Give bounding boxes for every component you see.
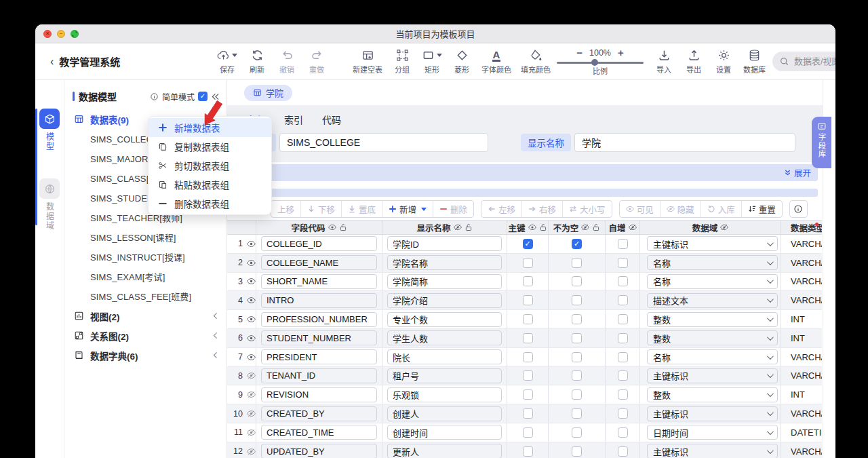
primary-key-checkbox[interactable]	[523, 352, 533, 362]
primary-key-checkbox[interactable]	[523, 314, 533, 324]
display-name-input[interactable]	[387, 349, 502, 364]
grid-button-入库[interactable]: 入库	[701, 201, 742, 217]
data-domain-select[interactable]: 名称	[647, 255, 778, 270]
field-code-input[interactable]	[261, 330, 377, 345]
diamond-button[interactable]: 菱形	[452, 49, 472, 75]
rail-item-model[interactable]: 模型	[35, 109, 64, 151]
grid-button-左移[interactable]: 左移	[481, 201, 522, 217]
tab-代码[interactable]: 代码	[322, 113, 341, 126]
primary-key-checkbox[interactable]	[523, 408, 533, 419]
grid-button-隐藏[interactable]: 隐藏	[660, 201, 701, 217]
auto-increment-checkbox[interactable]	[618, 370, 628, 381]
auto-increment-checkbox[interactable]	[618, 446, 628, 457]
field-code-input[interactable]	[261, 236, 377, 251]
grid-button-可见[interactable]: 可见	[620, 201, 660, 217]
data-domain-select[interactable]: 主键标识	[647, 406, 778, 421]
auto-increment-checkbox[interactable]	[618, 333, 628, 343]
data-domain-select[interactable]: 名称	[647, 349, 778, 364]
search-input[interactable]	[794, 56, 835, 66]
primary-key-checkbox[interactable]	[523, 276, 533, 286]
not-null-checkbox[interactable]	[572, 352, 582, 362]
expand-band[interactable]: 展开	[234, 164, 818, 181]
menu-item-paste-table-group[interactable]: 粘贴数据表组	[149, 175, 271, 194]
data-domain-select[interactable]: 整数	[647, 387, 778, 402]
data-domain-select[interactable]: 名称	[647, 274, 778, 289]
data-domain-select[interactable]: 日期时间	[647, 425, 778, 440]
undo-button[interactable]: 撤销	[277, 49, 297, 75]
menu-item-cut-table-group[interactable]: 剪切数据表组	[149, 156, 271, 175]
search-box[interactable]	[772, 52, 835, 71]
grid-button-下移[interactable]: 下移	[301, 201, 342, 217]
field-code-input[interactable]	[261, 255, 377, 270]
grid-button-右移[interactable]: 右移	[522, 201, 563, 217]
primary-key-checkbox[interactable]	[523, 389, 533, 400]
save-button[interactable]: 保存	[217, 49, 237, 75]
not-null-checkbox[interactable]	[572, 333, 582, 343]
field-code-input[interactable]	[261, 387, 377, 402]
font-color-button[interactable]: A字体颜色	[481, 49, 511, 75]
field-code-input[interactable]	[261, 349, 377, 364]
settings-button[interactable]: 设置	[713, 49, 734, 75]
grid-button-大小写[interactable]: 大小写	[563, 201, 612, 217]
display-name-input[interactable]	[387, 387, 502, 402]
field-code-input[interactable]	[261, 368, 377, 383]
not-null-checkbox[interactable]: ✓	[572, 239, 582, 249]
auto-increment-checkbox[interactable]	[618, 239, 628, 249]
primary-key-checkbox[interactable]	[523, 333, 533, 343]
menu-item-copy-table-group[interactable]: 复制数据表组	[149, 137, 271, 156]
auto-increment-checkbox[interactable]	[618, 427, 628, 438]
tab-索引[interactable]: 索引	[284, 113, 303, 126]
display-name-input[interactable]	[387, 368, 502, 383]
chevron-left-icon[interactable]	[212, 312, 218, 320]
field-code-input[interactable]	[261, 425, 377, 440]
auto-increment-checkbox[interactable]	[618, 295, 628, 305]
not-null-checkbox[interactable]	[572, 276, 582, 286]
field-code-input[interactable]	[261, 274, 377, 289]
data-domain-select[interactable]: 整数	[647, 312, 778, 327]
chevron-left-icon[interactable]	[212, 351, 218, 359]
zoom-in-button[interactable]: +	[618, 49, 624, 57]
display-name-input[interactable]	[387, 444, 502, 458]
tree-group-视图[interactable]: 视图(2)	[64, 306, 226, 326]
export-button[interactable]: 导出	[684, 49, 704, 75]
grid-button-重置[interactable]: 重置	[742, 201, 782, 217]
primary-key-checkbox[interactable]	[523, 295, 533, 305]
grouping-button[interactable]: 分组	[392, 49, 412, 75]
data-domain-select[interactable]: 主键标识	[647, 444, 778, 458]
auto-increment-checkbox[interactable]	[618, 352, 628, 362]
field-code-input[interactable]	[261, 406, 377, 421]
grid-button-置底[interactable]: 置底	[342, 201, 382, 217]
chevron-left-icon[interactable]	[212, 332, 218, 339]
display-name-input[interactable]	[387, 312, 502, 327]
grid-button-删除[interactable]: 删除	[433, 201, 473, 217]
field-code-input[interactable]	[261, 312, 377, 327]
simple-mode-checkbox[interactable]: ✓	[198, 92, 208, 101]
primary-key-checkbox[interactable]	[523, 427, 533, 438]
redo-button[interactable]: 重做	[307, 49, 327, 75]
zoom-slider[interactable]	[557, 62, 644, 64]
primary-key-checkbox[interactable]: ✓	[523, 239, 533, 249]
data-domain-select[interactable]: 主键标识	[647, 236, 778, 251]
not-null-checkbox[interactable]	[572, 258, 582, 268]
primary-key-checkbox[interactable]	[523, 446, 533, 457]
menu-item-delete-table-group[interactable]: 删除数据表组	[149, 194, 271, 213]
data-domain-select[interactable]: 主键标识	[647, 368, 778, 383]
grid-info-button[interactable]	[789, 200, 808, 218]
rectangle-button[interactable]: 矩形	[422, 49, 442, 75]
field-library-tab[interactable]: 字段库	[812, 117, 831, 168]
not-null-checkbox[interactable]	[572, 295, 582, 305]
auto-increment-checkbox[interactable]	[618, 276, 628, 286]
menu-item-add-table[interactable]: 新增数据表	[149, 118, 271, 137]
tree-group-数据字典[interactable]: 数据字典(6)	[64, 345, 226, 365]
display-name-input[interactable]	[387, 330, 502, 345]
primary-key-checkbox[interactable]	[523, 258, 533, 268]
breadcrumb[interactable]: ‹ 教学管理系统	[50, 54, 198, 69]
field-code-input[interactable]	[261, 444, 377, 458]
display-name-input[interactable]	[387, 293, 502, 308]
display-name-input[interactable]	[387, 274, 502, 289]
display-name-input[interactable]	[387, 236, 502, 251]
display-name-input[interactable]	[574, 133, 795, 152]
not-null-checkbox[interactable]	[572, 389, 582, 400]
grid-button-新增[interactable]: 新增	[382, 201, 433, 217]
not-null-checkbox[interactable]	[572, 427, 582, 438]
